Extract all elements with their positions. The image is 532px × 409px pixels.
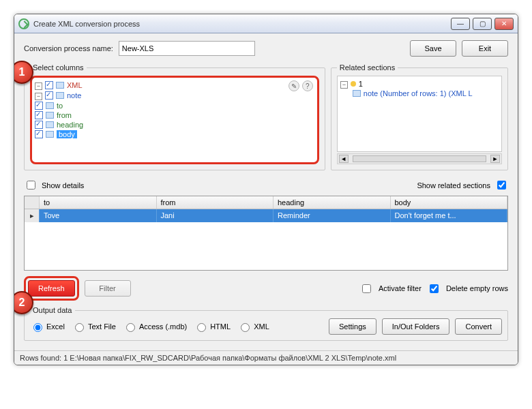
heading-checkbox[interactable] [35, 121, 43, 129]
column-icon [46, 121, 54, 128]
app-icon [18, 18, 29, 29]
col-body[interactable]: body [391, 196, 508, 209]
status-bar: Rows found: 1 E:\Новая папка\FIX_RW_SDCA… [14, 350, 518, 365]
activate-filter-label: Activate filter [379, 284, 422, 292]
show-related-label: Show related sections [417, 181, 490, 190]
help-icon[interactable]: ? [302, 80, 313, 91]
show-details-label: Show details [42, 181, 84, 190]
row-header-corner [25, 196, 40, 209]
tree-to[interactable]: to [57, 102, 63, 110]
process-name-label: Conversion process name: [24, 44, 113, 52]
output-text-label: Text File [88, 322, 116, 331]
note-checkbox[interactable] [45, 91, 53, 100]
cell-body: Don't forget me t... [391, 209, 508, 222]
tree-note[interactable]: note [67, 91, 81, 100]
save-button[interactable]: Save [410, 40, 456, 57]
minimize-button[interactable]: — [451, 18, 470, 30]
table-icon [56, 92, 64, 99]
columns-tree-panel[interactable]: ✎ ? −XML −note to from heading body [30, 76, 319, 164]
magic-wand-icon[interactable]: ✎ [289, 80, 299, 91]
delete-empty-rows-label: Delete empty rows [446, 284, 508, 292]
body-checkbox[interactable] [35, 130, 43, 138]
xml-checkbox[interactable] [45, 81, 53, 89]
output-html-label: HTML [210, 322, 231, 331]
table-row[interactable]: ▸ Tove Jani Reminder Don't forget me t..… [25, 209, 507, 222]
row-selector-icon[interactable]: ▸ [25, 209, 40, 222]
tree-root[interactable]: XML [67, 81, 83, 89]
expand-icon[interactable]: − [340, 81, 348, 89]
table-icon [353, 90, 361, 97]
settings-button[interactable]: Settings [329, 318, 376, 335]
close-button[interactable]: ✕ [494, 18, 514, 30]
show-related-checkbox[interactable] [497, 181, 506, 190]
col-from[interactable]: from [157, 196, 274, 209]
output-text-radio[interactable] [75, 323, 84, 332]
to-checkbox[interactable] [35, 102, 43, 110]
output-access-label: Access (.mdb) [139, 322, 187, 331]
cell-heading: Reminder [274, 209, 391, 222]
column-icon [46, 102, 54, 109]
col-heading[interactable]: heading [274, 196, 391, 209]
activate-filter-checkbox[interactable] [362, 284, 371, 293]
window-title: Create XML conversion process [33, 20, 451, 28]
convert-button[interactable]: Convert [455, 318, 502, 335]
exit-button[interactable]: Exit [462, 40, 508, 57]
related-sections-legend: Related sections [337, 63, 398, 72]
related-child[interactable]: note (Number of rows: 1) (XML L [364, 89, 473, 97]
data-grid[interactable]: to from heading body ▸ Tove Jani Reminde… [24, 196, 508, 271]
grid-empty-area [25, 222, 507, 270]
maximize-button[interactable]: ▢ [473, 18, 492, 30]
output-html-radio[interactable] [197, 323, 206, 332]
inout-folders-button[interactable]: In/Out Folders [382, 318, 450, 335]
from-checkbox[interactable] [35, 111, 43, 119]
scroll-right-icon[interactable]: ► [490, 155, 500, 163]
tree-body[interactable]: body [57, 130, 77, 138]
scroll-thumb[interactable] [353, 155, 486, 162]
related-tree-panel[interactable]: −1 note (Number of rows: 1) (XML L [337, 76, 502, 152]
section-icon [351, 81, 356, 87]
delete-empty-rows-checkbox[interactable] [430, 284, 439, 293]
output-excel-radio[interactable] [33, 323, 42, 332]
refresh-button[interactable]: Refresh [28, 280, 75, 297]
column-icon [46, 131, 54, 138]
show-details-checkbox[interactable] [27, 181, 35, 190]
column-icon [46, 112, 54, 119]
tree-heading[interactable]: heading [57, 121, 83, 129]
cell-to: Tove [40, 209, 157, 222]
expand-icon[interactable]: − [35, 82, 42, 90]
table-icon [56, 82, 64, 89]
output-excel-label: Excel [46, 322, 65, 331]
select-columns-legend: Select columns [30, 63, 87, 72]
filter-button[interactable]: Filter [85, 280, 131, 297]
cell-from: Jani [157, 209, 274, 222]
related-root[interactable]: 1 [359, 80, 363, 88]
col-to[interactable]: to [40, 196, 157, 209]
tree-from[interactable]: from [57, 111, 72, 119]
output-xml-radio[interactable] [241, 323, 250, 332]
expand-icon[interactable]: − [35, 93, 42, 100]
output-data-legend: Output data [30, 306, 75, 314]
output-xml-label: XML [254, 322, 269, 331]
related-scrollbar[interactable]: ◄ ► [337, 153, 502, 164]
process-name-input[interactable] [119, 41, 255, 56]
scroll-left-icon[interactable]: ◄ [339, 155, 349, 163]
output-access-radio[interactable] [126, 323, 135, 332]
